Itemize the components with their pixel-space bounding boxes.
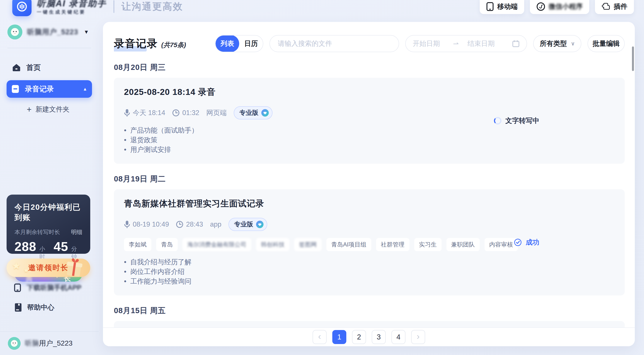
bullet-item: 岗位工作内容介绍 (130, 267, 185, 276)
chevron-down-icon[interactable]: ▼ (84, 29, 89, 35)
clock-icon (176, 221, 183, 228)
bullet-item: 产品功能（面试助手） (130, 126, 198, 135)
new-folder-button[interactable]: + 新建文件夹 (8, 105, 91, 114)
record-source: 网页端 (206, 108, 227, 117)
chevron-up-icon[interactable]: ▲ (83, 87, 87, 92)
toolbar-controls: 列表 日历 开始日期 ⇀ 结束日期 所有类型 ∨ 批量编辑 (215, 35, 625, 52)
tag-chip: 青岛AI项目组 (326, 238, 371, 251)
download-app-label: 下载听脑手机APP (27, 283, 82, 292)
date-range-picker[interactable]: 开始日期 ⇀ 结束日期 (405, 35, 527, 52)
end-date-field[interactable]: 结束日期 (468, 39, 505, 48)
sidebar-user[interactable]: 听脑用户_5223 ▼ (8, 25, 91, 40)
gem-badge-icon (256, 220, 264, 228)
tag-chip: 李如斌 (124, 238, 151, 251)
footer-user-prefix: 听脑 (25, 339, 39, 347)
view-tabs: 列表 日历 (215, 35, 263, 52)
app-logo: 听脑AI 录音助手 一键生成关键纪要 让沟通更高效 (12, 0, 183, 16)
new-folder-label: 新建文件夹 (36, 105, 70, 114)
phone-icon (14, 283, 21, 292)
record-title: 青岛新媒体社群管理实习生面试记录 (124, 198, 615, 209)
tab-calendar-view[interactable]: 日历 (239, 35, 263, 52)
mobile-app-button[interactable]: 移动端 (480, 0, 524, 14)
microphone-icon (124, 220, 130, 229)
sidebar-divider (8, 48, 91, 48)
search-input[interactable] (278, 40, 391, 48)
star-icon: ★ (12, 261, 21, 271)
home-icon (12, 64, 20, 72)
invite-button[interactable]: ★ ★ 邀请领时长 (6, 259, 90, 277)
logo-title: 听脑AI 录音助手 (37, 0, 106, 8)
chevron-down-icon: ∨ (571, 41, 575, 47)
check-circle-icon (514, 238, 522, 246)
sidebar-item-home[interactable]: 首页 (8, 61, 91, 75)
toolbar: 录音记录 (共75条) 列表 日历 开始日期 ⇀ 结束日期 所有类 (114, 35, 625, 52)
record-duration: 01:32 (182, 109, 199, 117)
pagination-page-1[interactable]: 1 (332, 330, 346, 344)
top-header: 听脑AI 录音助手 一键生成关键纪要 让沟通更高效 移动端 微信小程序 插件 (12, 0, 634, 24)
header-divider (114, 0, 114, 13)
tag-chip: 内容审核 (484, 238, 518, 251)
pagination-prev-button[interactable]: ‹ (312, 330, 326, 344)
type-filter-dropdown[interactable]: 所有类型 ∨ (533, 35, 581, 52)
pagination-page-2[interactable]: 2 (352, 330, 366, 344)
bullet-item: 用户测试安排 (130, 145, 171, 155)
pagination-bar: ‹ 1 2 3 4 › (103, 327, 635, 346)
user-name: 听脑用户_5223 (27, 27, 78, 37)
calendar-icon (512, 40, 520, 47)
sidebar-nav: 首页 录音记录 ▲ (8, 61, 91, 98)
tab-list-view[interactable]: 列表 (216, 35, 239, 52)
header-actions: 移动端 微信小程序 插件 (480, 0, 634, 14)
bullet-item: 退货政策 (130, 135, 158, 145)
group-date-heading: 08月20日 周三 (114, 62, 625, 73)
plus-icon: + (27, 105, 32, 114)
scrollbar-thumb[interactable] (632, 47, 634, 71)
quota-hours-unit: 小时 (40, 245, 47, 260)
quota-detail-link[interactable]: 明细 (71, 228, 82, 236)
main-panel: 录音记录 (共75条) 列表 日历 开始日期 ⇀ 结束日期 所有类 (103, 22, 635, 346)
date-group: 08月15日 周五 兼职人员个税政策调整通知 08-15 13:36 01:02… (114, 305, 625, 327)
record-card[interactable]: 青岛新媒体社群管理实习生面试记录 08-19 10:49 28:43 app 专… (114, 189, 625, 295)
brain-logo-icon (12, 0, 32, 16)
plugin-button[interactable]: 插件 (595, 0, 634, 14)
pagination-page-4[interactable]: 4 (392, 330, 406, 344)
date-group: 08月19日 周二 青岛新媒体社群管理实习生面试记录 08-19 10:49 2… (114, 174, 625, 295)
star-icon: ★ (24, 267, 29, 273)
record-count: (共75条) (161, 41, 186, 50)
user-avatar (8, 25, 22, 40)
record-duration: 28:43 (186, 220, 203, 228)
record-card[interactable]: 兼职人员个税政策调整通知 08-15 13:36 01:02:43 专业版 (114, 321, 625, 327)
bullet-item: 工作能力与经验询问 (130, 276, 192, 286)
status-label: 成功 (526, 238, 539, 247)
mobile-app-label: 移动端 (497, 2, 518, 11)
header-tagline: 让沟通更高效 (121, 0, 183, 13)
wechat-miniprogram-button[interactable]: 微信小程序 (530, 0, 589, 14)
summary-bullets: •产品功能（面试助手） •退货政策 •用户测试安排 (124, 126, 615, 155)
type-filter-value: 所有类型 (540, 39, 567, 48)
phone-icon (486, 2, 494, 11)
puzzle-icon (602, 2, 610, 11)
miniprogram-label: 微信小程序 (549, 2, 583, 11)
logo-subtitle: 一键生成关键纪要 (37, 10, 106, 14)
group-date-heading: 08月19日 周二 (114, 174, 625, 184)
status-success: 成功 (514, 238, 539, 247)
status-label: 文字转写中 (505, 116, 539, 125)
help-center-label: 帮助中心 (27, 303, 54, 312)
record-meta: 08-19 10:49 28:43 app 专业版 (124, 218, 615, 231)
help-center-link[interactable]: 帮助中心 (14, 303, 82, 312)
summary-bullets: •自我介绍与经历了解 •岗位工作内容介绍 •工作能力与经验询问 (124, 257, 615, 286)
gift-icon (62, 255, 86, 280)
download-app-link[interactable]: 下载听脑手机APP (14, 283, 82, 292)
sidebar-footer-user[interactable]: 听脑用户_5223 (0, 331, 98, 355)
record-card[interactable]: 2025-08-20 18:14 录音 今天 18:14 01:32 网页端 专… (114, 78, 625, 164)
plan-badge: 专业版 (228, 218, 267, 231)
gem-badge-icon (261, 109, 269, 117)
sidebar-item-records[interactable]: 录音记录 ▲ (6, 80, 92, 98)
pagination-page-3[interactable]: 3 (372, 330, 386, 344)
plugin-label: 插件 (614, 2, 627, 11)
record-time: 08-19 10:49 (133, 220, 169, 228)
record-time: 今天 18:14 (133, 108, 165, 117)
quota-card: 今日20分钟福利已到账 本月剩余转写时长 明细 288 小时 45 分钟 开通会… (6, 195, 90, 254)
start-date-field[interactable]: 开始日期 (413, 39, 450, 48)
pagination-next-button[interactable]: › (411, 330, 425, 344)
batch-edit-button[interactable]: 批量编辑 (588, 35, 625, 52)
